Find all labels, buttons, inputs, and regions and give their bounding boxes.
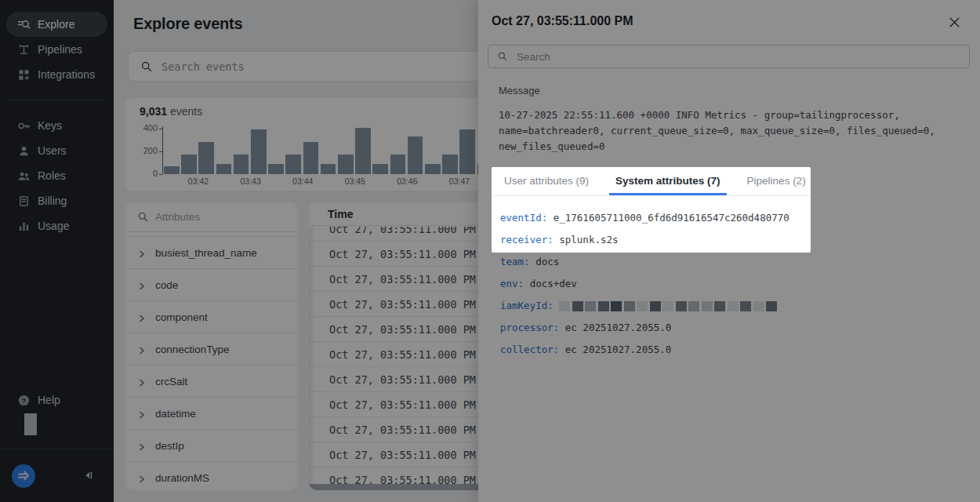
detail-search-input[interactable]: [517, 45, 956, 67]
y-axis-tick-mark: [159, 174, 162, 175]
attributes-panel: busiest_thread_namecodecomponentconnecti…: [125, 202, 298, 490]
sidebar-item-label: Explore: [38, 18, 74, 31]
histogram-bar: [372, 164, 388, 174]
histogram-bar: [181, 155, 197, 174]
sidebar-item-keys[interactable]: Keys: [0, 113, 114, 138]
collapse-sidebar-button[interactable]: [82, 469, 95, 482]
usage-icon: [17, 220, 31, 233]
send-button[interactable]: [12, 464, 35, 488]
integrations-icon: [17, 68, 31, 82]
attribute-name: destIp: [155, 440, 184, 452]
avatar-placeholder: [24, 413, 37, 435]
attribute-list-item-crcSalt[interactable]: crcSalt: [125, 366, 298, 398]
x-axis-tick-label: 03:44: [285, 176, 320, 186]
message-line: name=batchreader0, current_queue_size=0,…: [499, 123, 938, 139]
y-axis-tick-label: 400: [132, 123, 158, 133]
sidebar: ExplorePipelinesIntegrations KeysUsersRo…: [0, 0, 114, 502]
histogram-bar: [338, 155, 354, 174]
chevron-right-icon: [137, 441, 147, 450]
attribute-key: collector:: [500, 344, 559, 355]
attribute-list-item-datetime[interactable]: datetime: [125, 398, 298, 430]
sidebar-item-label: Roles: [38, 169, 66, 182]
x-axis-tick-label: 03:42: [181, 176, 216, 186]
histogram-bar: [285, 155, 301, 174]
attribute-list-item-code[interactable]: code: [125, 269, 298, 301]
attribute-key: eventId:: [500, 212, 547, 224]
sidebar-divider: [8, 100, 106, 100]
attribute-name: component: [155, 311, 208, 323]
pipelines-icon: [17, 43, 31, 56]
sidebar-item-help[interactable]: ? Help: [0, 387, 114, 413]
sidebar-item-explore[interactable]: Explore: [6, 12, 107, 37]
sidebar-nav-primary: ExplorePipelinesIntegrations: [0, 12, 114, 87]
attribute-row-collector: collector: ec 20251027.2055.0: [500, 339, 779, 361]
events-count: 9,031 events: [140, 105, 202, 118]
histogram-bar: [408, 136, 423, 174]
attribute-list-item-component[interactable]: component: [125, 301, 298, 333]
sidebar-item-pipelines[interactable]: Pipelines: [0, 37, 114, 62]
events-count-value: 9,031: [140, 105, 167, 118]
close-icon[interactable]: [948, 16, 961, 29]
attribute-name: code: [155, 279, 178, 291]
attribute-key: processor:: [500, 322, 559, 333]
attribute-value: docs: [535, 256, 559, 267]
event-detail-title: Oct 27, 03:55:11.000 PM: [492, 14, 633, 28]
sidebar-item-users[interactable]: Users: [0, 138, 114, 163]
sidebar-item-usage[interactable]: Usage: [0, 213, 114, 238]
attribute-row-eventId: eventId: e_1761605711000_6fd6d91616547c2…: [500, 207, 789, 228]
search-icon: [137, 211, 149, 223]
chevron-right-icon: [137, 248, 147, 257]
detail-search-bar: [488, 45, 970, 68]
attribute-name: datetime: [155, 408, 196, 420]
x-axis-tick-label: 03:43: [234, 176, 268, 186]
histogram-bar: [268, 164, 284, 174]
attribute-key: iamKeyId:: [500, 300, 554, 311]
attribute-list-item-durationMS[interactable]: durationMS: [125, 462, 298, 490]
message-text: 10-27-2025 22:55:11.600 +0000 INFO Metri…: [499, 107, 938, 155]
tab-system-attributes-7[interactable]: System attributes (7): [609, 167, 727, 195]
histogram-bar: [198, 142, 214, 174]
attribute-key: env:: [500, 278, 524, 289]
message-label: Message: [499, 85, 540, 96]
roles-icon: [17, 169, 31, 183]
search-icon: [497, 51, 508, 62]
histogram-bar: [164, 166, 180, 174]
sidebar-item-roles[interactable]: Roles: [0, 163, 114, 188]
histogram-bar: [459, 129, 475, 174]
sidebar-item-label: Pipelines: [38, 43, 82, 56]
attributes-tabs-spotlight: User attributes (9)System attributes (7)…: [492, 167, 811, 253]
sidebar-footer-divider: [0, 449, 114, 449]
sidebar-item-label: Usage: [38, 220, 69, 232]
attribute-row-env: env: docs+dev: [500, 273, 779, 295]
help-icon: ?: [17, 394, 31, 407]
attribute-list-item-connectionType[interactable]: connectionType: [125, 333, 298, 366]
sidebar-item-label: Users: [38, 144, 67, 157]
histogram-bar: [390, 155, 406, 174]
attribute-tabs: User attributes (9)System attributes (7)…: [492, 167, 811, 196]
y-axis-tick-label: 0: [132, 169, 158, 178]
events-count-suffix: events: [170, 105, 202, 118]
tab-pipelines-2[interactable]: Pipelines (2): [741, 167, 812, 195]
attributes-search-input[interactable]: [155, 202, 289, 231]
key-icon: [17, 119, 31, 133]
attribute-value: ec 20251027.2055.0: [565, 322, 671, 333]
attribute-row-team: team: docs: [500, 251, 779, 273]
attribute-value: ec 20251027.2055.0: [565, 344, 671, 355]
attribute-key: receiver:: [500, 234, 554, 246]
svg-text:?: ?: [22, 395, 27, 404]
billing-icon: [17, 195, 31, 208]
user-icon: [17, 144, 31, 158]
attribute-name: connectionType: [155, 344, 230, 355]
tab-user-attributes-9[interactable]: User attributes (9): [498, 167, 595, 195]
histogram-y-axis: [162, 126, 163, 174]
chevron-right-icon: [137, 312, 147, 322]
sidebar-item-billing[interactable]: Billing: [0, 188, 114, 213]
sidebar-item-integrations[interactable]: Integrations: [0, 62, 114, 87]
attribute-row-receiver: receiver: splunk.s2s: [500, 229, 619, 250]
attribute-list-item-destIp[interactable]: destIp: [125, 430, 298, 462]
attribute-value: e_1761605711000_6fd6d91616547c260d480770: [547, 212, 789, 224]
sidebar-item-label: Keys: [38, 119, 62, 132]
chevron-right-icon: [137, 409, 147, 418]
chevron-right-icon: [137, 376, 147, 386]
attribute-list-item-busiest_thread_name[interactable]: busiest_thread_name: [125, 237, 298, 269]
